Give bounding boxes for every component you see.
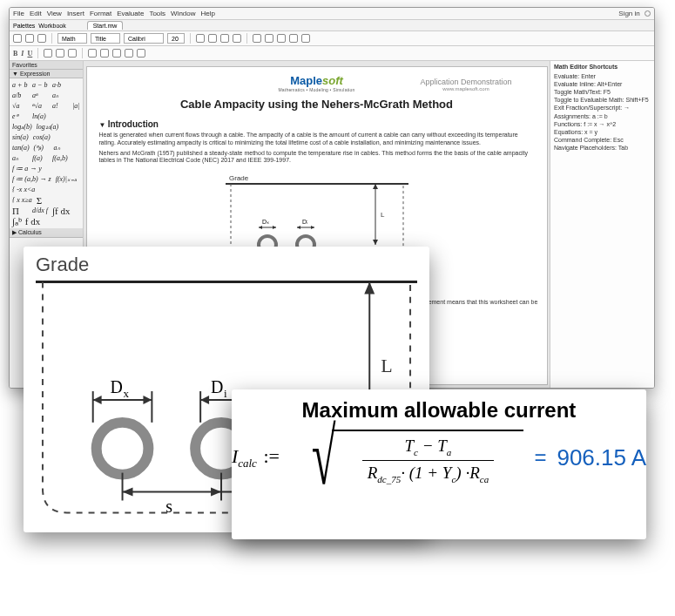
palette-calculus-header[interactable]: ▶ Calculus — [10, 228, 83, 238]
signin-link[interactable]: Sign in — [618, 10, 651, 17]
pal-item[interactable]: { x x≥a — [12, 195, 32, 206]
eq-result: 906.15 A — [557, 444, 646, 471]
align-center-icon[interactable] — [56, 49, 64, 58]
shortcut-row: Equations: x = y — [554, 128, 651, 136]
indent-out-icon[interactable] — [196, 34, 205, 43]
grade-label: Grade — [36, 254, 417, 276]
stop-icon[interactable] — [233, 34, 241, 43]
pal-item[interactable]: a − b — [32, 80, 48, 91]
menu-format[interactable]: Format — [90, 10, 111, 17]
menu-insert[interactable]: Insert — [67, 10, 84, 17]
equation-body: Icalc := √ Tc − Ta Rdc_75· (1 + Yc) ·Rca… — [244, 430, 634, 486]
tab-workbook[interactable]: Workbook — [38, 23, 65, 29]
pal-item[interactable]: aⁿ — [32, 91, 48, 101]
menu-view[interactable]: View — [47, 10, 62, 17]
underline-button[interactable]: U — [27, 50, 32, 58]
align-left-icon[interactable] — [44, 49, 52, 58]
menu-file[interactable]: File — [13, 10, 24, 17]
intro-para-2: Nehers and McGrath (1957) published a st… — [99, 150, 535, 166]
pal-item[interactable]: a + b — [12, 80, 28, 91]
palette-favorites-header[interactable]: Favorites — [10, 61, 83, 70]
pal-item[interactable]: a! — [52, 101, 68, 112]
pal-item[interactable]: eᵃ — [12, 112, 28, 122]
help-icon[interactable] — [301, 34, 310, 43]
pal-item[interactable]: f ≔ (a,b) → z — [12, 174, 51, 185]
svg-point-27 — [97, 423, 149, 475]
pal-item[interactable]: aₙ — [54, 143, 70, 153]
svg-marker-13 — [297, 226, 300, 229]
exec-icon[interactable] — [220, 34, 229, 43]
shortcuts-panel: Math Editor Shortcuts Evaluate: Enter Ev… — [550, 61, 654, 389]
palette-expression-label: Expression — [20, 71, 51, 77]
pal-item[interactable]: f ≔ a → y — [12, 164, 42, 174]
save-icon[interactable] — [37, 34, 46, 43]
section-intro-heading[interactable]: Introduction — [99, 119, 535, 129]
pal-item[interactable]: f(a) — [32, 153, 48, 164]
svg-marker-12 — [273, 226, 276, 229]
pal-item[interactable]: (ᵃᵦ) — [34, 143, 50, 153]
pal-item[interactable]: a·b — [52, 80, 68, 91]
shortcuts-title: Math Editor Shortcuts — [554, 63, 651, 71]
svg-marker-3 — [373, 240, 378, 245]
pal-item[interactable]: ∫ₐᵇ f dx — [12, 216, 40, 227]
pal-item[interactable]: f(a,b) — [52, 153, 68, 164]
pal-item[interactable]: { -x x<a — [12, 185, 35, 195]
mode-select[interactable]: Math — [57, 33, 87, 44]
menu-evaluate[interactable]: Evaluate — [117, 10, 144, 17]
pal-item[interactable]: logₐ(b) — [12, 122, 32, 132]
zoom3-icon[interactable] — [289, 34, 298, 43]
pal-item[interactable]: ⁿ√a — [32, 101, 48, 112]
palette-expression-header[interactable]: ▼ Expression — [10, 70, 83, 78]
user-icon — [645, 10, 651, 17]
fraction: Tc − Ta Rdc_75· (1 + Yc) ·Rca — [362, 437, 494, 484]
menu-edit[interactable]: Edit — [30, 10, 42, 17]
pal-item[interactable]: ∫f dx — [52, 206, 70, 216]
pal-item[interactable]: a/b — [12, 91, 28, 101]
app-demo-text: Application Demonstration — [420, 78, 511, 86]
menu-help[interactable]: Help — [201, 10, 215, 17]
svg-text:Dₓ: Dₓ — [262, 219, 269, 225]
sigma-icon[interactable] — [253, 34, 261, 43]
bold-button[interactable]: B — [13, 50, 17, 58]
svg-text:D: D — [211, 377, 223, 396]
indent-in-icon[interactable] — [208, 34, 217, 43]
pal-item[interactable]: Σ — [37, 195, 52, 206]
pal-item[interactable]: sin(a) — [12, 132, 29, 143]
pal-item[interactable]: aₙ — [12, 153, 28, 164]
zoom-icon[interactable] — [265, 34, 273, 43]
size-select[interactable]: 20 — [167, 33, 185, 44]
align-right-icon[interactable] — [68, 49, 77, 58]
svg-marker-24 — [364, 282, 375, 294]
misc-icon-4[interactable] — [125, 49, 133, 58]
pal-item[interactable]: ln(a) — [32, 112, 48, 122]
svg-text:x: x — [124, 387, 130, 400]
misc-icon-3[interactable] — [112, 49, 121, 58]
pal-item[interactable]: |a| — [72, 101, 84, 112]
pal-item[interactable]: aₙ — [52, 91, 68, 101]
pal-item[interactable]: d/dx f — [32, 206, 48, 216]
toolbar-main: Math Title Calibri 20 — [10, 31, 654, 46]
new-icon[interactable] — [13, 34, 22, 43]
menu-tools[interactable]: Tools — [149, 10, 165, 17]
pal-item[interactable]: Π — [12, 206, 28, 216]
zoom2-icon[interactable] — [277, 34, 286, 43]
tab-palettes[interactable]: Palettes — [13, 23, 35, 29]
menu-window[interactable]: Window — [171, 10, 195, 17]
style-select[interactable]: Title — [91, 33, 120, 44]
font-select[interactable]: Calibri — [124, 33, 164, 44]
misc-icon-1[interactable] — [88, 49, 97, 58]
logo-part-b: soft — [322, 74, 343, 87]
menu-bar: File Edit View Insert Format Evaluate To… — [10, 8, 654, 20]
pal-item[interactable]: √a — [12, 101, 28, 112]
doc-tab[interactable]: Start.mw — [87, 21, 124, 30]
pal-item[interactable]: cos(a) — [33, 132, 51, 143]
pal-item[interactable]: log₁₀(a) — [37, 122, 59, 132]
pal-item[interactable]: tan(a) — [12, 143, 30, 153]
open-icon[interactable] — [25, 34, 34, 43]
pal-item[interactable]: f(x)|ₓ₌ₐ — [56, 174, 77, 185]
misc-icon-5[interactable] — [137, 49, 145, 58]
svg-marker-11 — [259, 226, 262, 229]
italic-button[interactable]: I — [21, 50, 24, 58]
misc-icon-2[interactable] — [100, 49, 109, 58]
intro-para-1: Heat is generated when current flows thr… — [99, 132, 535, 147]
